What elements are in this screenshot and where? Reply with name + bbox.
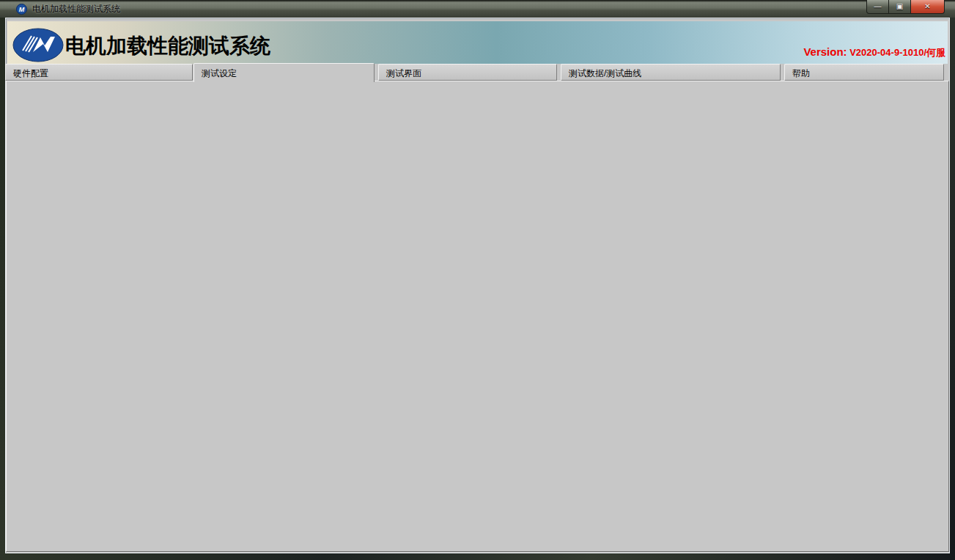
tab-content-panel: [6, 81, 949, 552]
screen: M 电机加载性能测试系统 — ▣ ✕ 电机加载性能测试系统 Version: V…: [0, 0, 955, 560]
tab-help[interactable]: 帮助: [784, 64, 944, 81]
version-text: Version: V2020-04-9-1010/何服: [682, 45, 945, 59]
app-icon: M: [16, 4, 27, 15]
tab-test-data-curves[interactable]: 测试数据/测试曲线: [561, 64, 781, 81]
page-title: 电机加载性能测试系统: [65, 32, 270, 60]
close-button[interactable]: ✕: [910, 0, 945, 14]
version-label: Version:: [803, 45, 847, 58]
tab-hardware-config[interactable]: 硬件配置: [5, 64, 193, 81]
tab-test-interface[interactable]: 测试界面: [378, 64, 557, 81]
window-controls: — ▣ ✕: [866, 0, 945, 14]
window-title: 电机加载性能测试系统: [32, 3, 120, 15]
tab-test-settings[interactable]: 测试设定: [193, 63, 375, 82]
maximize-button[interactable]: ▣: [889, 0, 910, 14]
minimize-button[interactable]: —: [866, 0, 889, 14]
company-logo-icon: [12, 28, 64, 62]
window-titlebar: M 电机加载性能测试系统 — ▣ ✕: [0, 0, 955, 18]
version-value: V2020-04-9-1010/何服: [847, 47, 945, 58]
